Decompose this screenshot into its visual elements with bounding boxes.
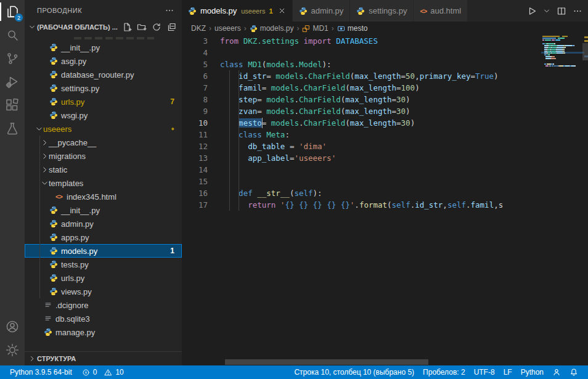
code-token: models xyxy=(276,71,303,81)
tree-file-database-roouter-py[interactable]: database_roouter.py xyxy=(25,68,182,81)
python-icon xyxy=(188,7,197,15)
activity-manage-settings[interactable] xyxy=(0,338,25,362)
status-encoding[interactable]: UTF-8 xyxy=(470,365,499,379)
activity-bar-top: 2 xyxy=(0,0,25,141)
tree-item-label: settings.py xyxy=(61,84,99,93)
activity-testing[interactable] xyxy=(0,117,25,141)
activity-source-control[interactable] xyxy=(0,47,25,70)
code-token: self xyxy=(294,189,312,198)
tree-file-db-sqlite3[interactable]: db.sqlite3 xyxy=(25,312,182,325)
tree-folder-useeers[interactable]: useeers● xyxy=(25,122,182,136)
tree-file-settings-py[interactable]: settings.py xyxy=(25,81,182,95)
tree-file-apps-py[interactable]: apps.py xyxy=(25,230,182,244)
new-file-button[interactable] xyxy=(121,22,133,33)
code-token: primary_key xyxy=(420,71,471,81)
editor-more-button[interactable] xyxy=(571,4,584,18)
explorer-more-actions[interactable] xyxy=(165,6,174,15)
tab-settings-py[interactable]: settings.py xyxy=(350,0,414,22)
code-token: max_length xyxy=(350,83,396,92)
split-editor-button[interactable] xyxy=(555,4,568,18)
activity-extensions[interactable] xyxy=(0,94,25,117)
breadcrumb-item-md1[interactable]: MD1 xyxy=(302,24,328,33)
warning-icon xyxy=(104,369,112,377)
refresh-explorer-button[interactable] xyxy=(151,22,162,33)
collapse-folders-button[interactable] xyxy=(166,22,177,33)
tree-folder-templates[interactable]: templates xyxy=(25,176,182,190)
status-label: Строка 10, столбец 10 (выбрано 5) xyxy=(294,368,414,377)
code-line-5: 5class MD1(models.Model): xyxy=(182,59,541,70)
code-token: ) xyxy=(494,71,499,81)
breadcrumb-item-dkz[interactable]: DKZ xyxy=(191,24,206,33)
tree-file-admin-py[interactable]: admin.py xyxy=(25,217,182,230)
explorer-sidebar: ПРОВОДНИК (РАБОЧАЯ ОБЛАСТЬ) ... __init__… xyxy=(25,0,182,365)
html-icon: <> xyxy=(420,7,427,15)
breadcrumb-label: MD1 xyxy=(312,24,328,33)
tree-item-clipped xyxy=(25,34,182,41)
code-token xyxy=(239,36,243,46)
chevron-down-icon xyxy=(35,125,43,133)
status-language-mode[interactable]: Python xyxy=(517,365,547,379)
code-editor[interactable]: 3from DKZ.settings import DATABASES45cla… xyxy=(182,35,541,365)
code-token: MD1 xyxy=(248,60,262,69)
python-icon xyxy=(49,219,58,228)
status-python-interpreter[interactable]: Python 3.9.5 64-bit xyxy=(6,365,76,379)
editor-group: models.pyuseeers1admin.pysettings.py<>au… xyxy=(182,0,588,365)
outline-section-header[interactable]: СТРУКТУРА xyxy=(25,351,182,365)
code-token: 'useeers' xyxy=(294,153,336,163)
status-notifications[interactable] xyxy=(566,365,582,379)
run-dropdown[interactable] xyxy=(541,4,552,18)
tab-aud-html[interactable]: <>aud.html xyxy=(414,0,468,22)
new-folder-button[interactable] xyxy=(136,22,147,33)
tree-file-models-py[interactable]: models.py1 xyxy=(25,244,182,258)
tree-folder-static[interactable]: static xyxy=(25,163,182,176)
breadcrumb-item-mesto[interactable]: mesto xyxy=(337,24,368,33)
tree-file--init-py[interactable]: __init__.py xyxy=(25,41,182,54)
indent-guide xyxy=(239,117,239,129)
status-problems[interactable]: 010 xyxy=(78,365,128,379)
status-indentation[interactable]: Пробелов: 2 xyxy=(419,365,469,379)
modified-dot-badge: ● xyxy=(171,126,182,132)
activity-run-and-debug[interactable] xyxy=(0,70,25,94)
tree-file-asgi-py[interactable]: asgi.py xyxy=(25,54,182,68)
workspace-section-header[interactable]: (РАБОЧАЯ ОБЛАСТЬ) ... xyxy=(25,20,182,34)
tree-file--init-py[interactable]: __init__.py xyxy=(25,203,182,217)
breadcrumb-separator: › xyxy=(332,24,334,33)
outline-label: СТРУКТУРА xyxy=(37,355,76,362)
horizontal-scrollbar[interactable] xyxy=(225,359,428,365)
overview-ruler xyxy=(584,35,588,365)
tree-file-manage-py[interactable]: manage.py xyxy=(25,325,182,339)
code-token: : xyxy=(285,130,290,139)
tab-models-py[interactable]: models.pyuseeers1 xyxy=(182,0,293,22)
activity-explorer[interactable]: 2 xyxy=(0,0,25,23)
tree-file-wsgi-py[interactable]: wsgi.py xyxy=(25,108,182,122)
tree-file-urls-py[interactable]: urls.py xyxy=(25,271,182,285)
close-icon[interactable] xyxy=(278,7,286,15)
tree-folder--pycache-[interactable]: __pycache__ xyxy=(25,136,182,149)
breadcrumb-item-useeers[interactable]: useeers xyxy=(214,24,241,33)
tab-admin-py[interactable]: admin.py xyxy=(293,0,351,22)
code-token: models.Model xyxy=(266,60,322,69)
activity-accounts[interactable] xyxy=(0,315,25,338)
code-token: models xyxy=(271,83,299,92)
tree-file-tests-py[interactable]: tests.py xyxy=(25,258,182,271)
code-token xyxy=(294,200,299,210)
indent-guide xyxy=(229,176,230,187)
status-cursor-position[interactable]: Строка 10, столбец 10 (выбрано 5) xyxy=(290,365,418,379)
activity-search[interactable] xyxy=(0,23,25,47)
status-feedback[interactable] xyxy=(549,365,565,379)
code-token xyxy=(308,200,313,210)
tree-item-label: static xyxy=(49,165,67,174)
new-folder-icon xyxy=(137,22,147,32)
status-eol-sequence[interactable]: LF xyxy=(500,365,516,379)
tree-file-index345-html[interactable]: <>index345.html xyxy=(25,190,182,203)
minimap[interactable] xyxy=(541,35,584,365)
tree-file-urls-py[interactable]: urls.py7 xyxy=(25,95,182,108)
code-token: CharField xyxy=(308,71,350,81)
tree-file-views-py[interactable]: views.py xyxy=(25,285,182,298)
tree-folder-migrations[interactable]: migrations xyxy=(25,149,182,163)
run-button[interactable] xyxy=(525,4,539,18)
vertical-scrollbar[interactable] xyxy=(582,43,588,60)
breadcrumb-item-models-py[interactable]: models.py xyxy=(250,24,294,33)
tree-file--dcignore[interactable]: .dcignore xyxy=(25,298,182,312)
code-token: step xyxy=(239,95,257,104)
